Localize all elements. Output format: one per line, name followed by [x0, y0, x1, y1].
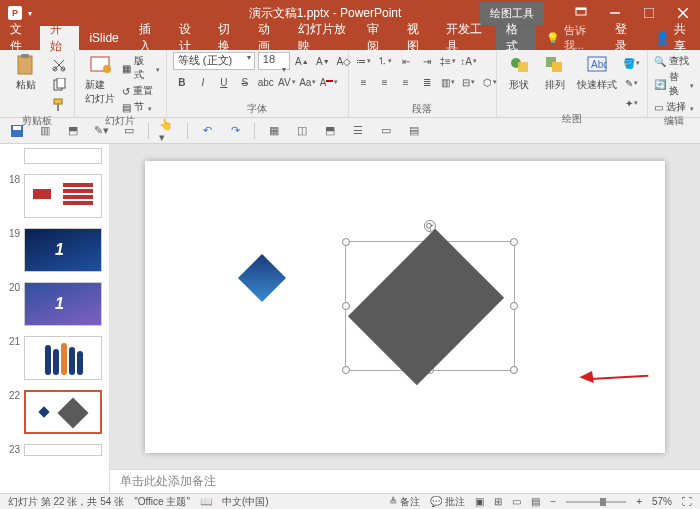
- increase-indent-button[interactable]: ⇥: [418, 52, 436, 70]
- thumb-18[interactable]: [24, 174, 102, 218]
- thumb-23[interactable]: [24, 444, 102, 456]
- qat-dropdown-icon[interactable]: ▾: [28, 9, 32, 18]
- resize-handle-tr[interactable]: [510, 238, 518, 246]
- reset-button[interactable]: ↺重置: [122, 84, 159, 98]
- view-slideshow-button[interactable]: ▤: [531, 496, 540, 507]
- resize-handle-tl[interactable]: [342, 238, 350, 246]
- view-sorter-button[interactable]: ⊞: [494, 496, 502, 507]
- spellcheck-icon[interactable]: 📖: [200, 496, 212, 507]
- tab-file[interactable]: 文件: [0, 26, 40, 50]
- slide-canvas[interactable]: ⟳: [110, 144, 700, 469]
- font-name-select[interactable]: 等线 (正文): [173, 52, 255, 70]
- qat-btn-4[interactable]: ▭: [120, 122, 138, 140]
- qat-btn-5[interactable]: ▦: [265, 122, 283, 140]
- font-color-button[interactable]: A: [320, 73, 338, 91]
- select-button[interactable]: ▭选择: [654, 100, 694, 114]
- tab-transitions[interactable]: 切换: [208, 26, 248, 50]
- zoom-slider[interactable]: [566, 501, 626, 503]
- bullets-button[interactable]: ≔: [355, 52, 373, 70]
- fit-window-button[interactable]: ⛶: [682, 496, 692, 507]
- underline-button[interactable]: U: [215, 73, 233, 91]
- tab-home[interactable]: 开始: [40, 26, 80, 50]
- align-left-button[interactable]: ≡: [355, 73, 373, 91]
- change-case-button[interactable]: Aa: [299, 73, 317, 91]
- share-button[interactable]: 👤共享: [645, 26, 700, 50]
- resize-handle-bl[interactable]: [342, 366, 350, 374]
- zoom-in-button[interactable]: +: [636, 496, 642, 507]
- italic-button[interactable]: I: [194, 73, 212, 91]
- view-reading-button[interactable]: ▭: [512, 496, 521, 507]
- grow-font-button[interactable]: A▲: [293, 52, 311, 70]
- slide-counter[interactable]: 幻灯片 第 22 张，共 54 张: [8, 495, 124, 509]
- new-slide-button[interactable]: 新建 幻灯片: [81, 52, 118, 106]
- language-label[interactable]: 中文(中国): [222, 495, 269, 509]
- decrease-indent-button[interactable]: ⇤: [397, 52, 415, 70]
- tab-view[interactable]: 视图: [397, 26, 437, 50]
- redo-button[interactable]: ↷: [226, 122, 244, 140]
- columns-button[interactable]: ▥: [439, 73, 457, 91]
- shape-outline-button[interactable]: ✎: [623, 74, 641, 92]
- zoom-out-button[interactable]: −: [550, 496, 556, 507]
- maximize-button[interactable]: [632, 0, 666, 26]
- tab-islide[interactable]: iSlide: [79, 26, 128, 50]
- resize-handle-ml[interactable]: [342, 302, 350, 310]
- quick-styles-button[interactable]: Abc 快速样式: [575, 52, 619, 92]
- save-button[interactable]: [8, 122, 26, 140]
- tab-review[interactable]: 审阅: [357, 26, 397, 50]
- format-painter-button[interactable]: [50, 96, 68, 114]
- notes-pane[interactable]: 单击此处添加备注: [110, 469, 700, 493]
- zoom-level[interactable]: 57%: [652, 496, 672, 507]
- qat-btn-8[interactable]: ☰: [349, 122, 367, 140]
- touch-mode-button[interactable]: 👆▾: [159, 122, 177, 140]
- small-diamond-shape[interactable]: [238, 253, 286, 301]
- thumb-19[interactable]: 1: [24, 228, 102, 272]
- cut-button[interactable]: [50, 56, 68, 74]
- section-button[interactable]: ▤节: [122, 100, 159, 114]
- tab-insert[interactable]: 插入: [129, 26, 169, 50]
- qat-btn-6[interactable]: ◫: [293, 122, 311, 140]
- tab-design[interactable]: 设计: [169, 26, 209, 50]
- arrange-button[interactable]: 排列: [539, 52, 571, 92]
- numbering-button[interactable]: ⒈: [376, 52, 394, 70]
- align-right-button[interactable]: ≡: [397, 73, 415, 91]
- tab-animations[interactable]: 动画: [248, 26, 288, 50]
- line-spacing-button[interactable]: ‡≡: [439, 52, 457, 70]
- strike-button[interactable]: S: [236, 73, 254, 91]
- justify-button[interactable]: ≣: [418, 73, 436, 91]
- copy-button[interactable]: [50, 76, 68, 94]
- shrink-font-button[interactable]: A▼: [314, 52, 332, 70]
- qat-btn-2[interactable]: ⬒: [64, 122, 82, 140]
- qat-btn-7[interactable]: ⬒: [321, 122, 339, 140]
- tab-slideshow[interactable]: 幻灯片放映: [288, 26, 357, 50]
- undo-button[interactable]: ↶: [198, 122, 216, 140]
- qat-btn-10[interactable]: ▤: [405, 122, 423, 140]
- bold-button[interactable]: B: [173, 73, 191, 91]
- layout-button[interactable]: ▦版式: [122, 54, 159, 82]
- tab-developer[interactable]: 开发工具: [436, 26, 495, 50]
- slide[interactable]: ⟳: [145, 161, 665, 453]
- comments-toggle[interactable]: 💬 批注: [430, 495, 465, 509]
- thumb-21[interactable]: [24, 336, 102, 380]
- selection-box[interactable]: ⟳: [345, 241, 515, 371]
- notes-toggle[interactable]: ≜ 备注: [389, 495, 420, 509]
- shape-fill-button[interactable]: 🪣: [623, 54, 641, 72]
- shapes-button[interactable]: 形状: [503, 52, 535, 92]
- char-spacing-button[interactable]: AV: [278, 73, 296, 91]
- thumb-partial-top[interactable]: [24, 148, 102, 164]
- thumb-20[interactable]: 1: [24, 282, 102, 326]
- shadow-button[interactable]: abc: [257, 73, 275, 91]
- qat-btn-3[interactable]: ✎▾: [92, 122, 110, 140]
- resize-handle-mr[interactable]: [510, 302, 518, 310]
- text-direction-button[interactable]: ↕A: [460, 52, 478, 70]
- paste-button[interactable]: 粘贴: [6, 52, 46, 92]
- tab-format[interactable]: 格式: [496, 26, 536, 50]
- view-normal-button[interactable]: ▣: [475, 496, 484, 507]
- shape-effects-button[interactable]: ✦: [623, 94, 641, 112]
- font-size-select[interactable]: 18: [258, 52, 290, 70]
- find-button[interactable]: 🔍查找: [654, 54, 694, 68]
- align-text-button[interactable]: ⊟: [460, 73, 478, 91]
- thumb-22[interactable]: [24, 390, 102, 434]
- replace-button[interactable]: 🔄替换: [654, 70, 694, 98]
- resize-handle-br[interactable]: [510, 366, 518, 374]
- align-center-button[interactable]: ≡: [376, 73, 394, 91]
